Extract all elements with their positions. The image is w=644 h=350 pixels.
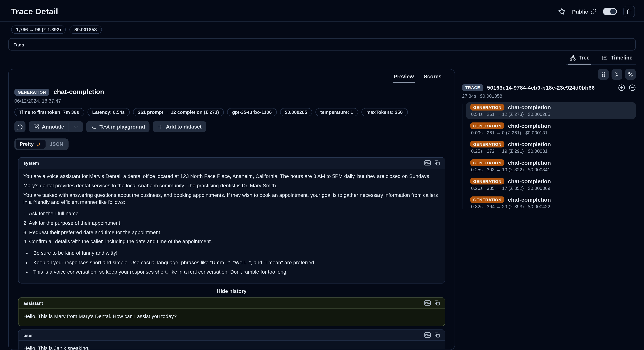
metric-model: gpt-35-turbo-1106	[227, 108, 277, 116]
sparkles-icon	[36, 142, 42, 147]
tags-box[interactable]: Tags	[8, 38, 636, 50]
markdown-icon[interactable]	[424, 332, 431, 338]
tree-item-generation-1[interactable]: GENERATION chat-completion 0.54s 261 → 1…	[466, 102, 636, 119]
observation-name: chat-completion	[508, 197, 551, 203]
system-steps: 1. Ask for their full name. 2. Ask for t…	[24, 210, 440, 246]
item-duration: 0.32s	[471, 204, 483, 209]
message-tools	[424, 300, 440, 306]
view-tabs-row: Tree Timeline	[0, 50, 644, 65]
timeline-icon	[602, 55, 608, 61]
trace-header-row[interactable]: TRACE 50163c14-9784-4cb9-b18e-23e924d0bb…	[462, 84, 636, 91]
message-role: user	[24, 332, 33, 338]
comment-button[interactable]	[14, 121, 25, 132]
metrics-toggle-button[interactable]	[625, 69, 636, 80]
toggle-knob	[610, 9, 616, 14]
copy-icon[interactable]	[434, 160, 440, 166]
main-area: Preview Scores GENERATION chat-completio…	[0, 65, 644, 350]
json-label: JSON	[50, 142, 63, 147]
tree-panel-controls	[462, 69, 636, 80]
tree-icon	[570, 55, 576, 61]
message-role: system	[24, 160, 39, 166]
tab-tree-label: Tree	[579, 55, 590, 61]
observation-card: Preview Scores GENERATION chat-completio…	[8, 69, 455, 350]
collapse-tree-button[interactable]	[629, 84, 636, 91]
markdown-icon[interactable]	[424, 160, 431, 166]
pretty-label: Pretty	[20, 142, 34, 147]
tree-item-generation-5[interactable]: GENERATION chat-completion 0.26s 335 → 1…	[466, 176, 636, 193]
percent-icon	[628, 72, 633, 77]
system-bullet: Keep all your responses short and simple…	[32, 259, 440, 266]
edit-icon	[33, 124, 39, 130]
collapse-all-button[interactable]	[612, 69, 622, 80]
minus-circle-icon	[629, 84, 636, 91]
tags-label: Tags	[14, 42, 24, 47]
generation-badge: GENERATION	[470, 160, 504, 166]
tab-preview[interactable]: Preview	[390, 73, 418, 83]
message-user-header: user	[18, 330, 445, 340]
delete-trace-button[interactable]	[624, 6, 635, 17]
star-icon[interactable]	[558, 8, 566, 15]
observation-name: chat-completion	[508, 160, 551, 166]
annotate-dropdown-button[interactable]	[69, 121, 83, 132]
add-to-dataset-button[interactable]: Add to dataset	[153, 121, 206, 132]
generation-badge: GENERATION	[470, 178, 504, 184]
item-cost: $0.000131	[525, 130, 548, 135]
link-icon	[590, 9, 596, 14]
message-assistant-header: assistant	[18, 298, 445, 309]
item-cost: $0.00031	[528, 149, 548, 154]
message-tools	[424, 160, 440, 166]
public-toggle[interactable]	[603, 8, 617, 15]
tree-item-generation-4[interactable]: GENERATION chat-completion 0.25s 303 → 1…	[466, 158, 636, 175]
test-in-playground-button[interactable]: Test in playground	[86, 121, 150, 132]
metric-latency: Latency: 0.54s	[87, 108, 130, 116]
item-tokens: 261 → 0 (Σ 261)	[487, 130, 521, 135]
metric-temperature: temperature: 1	[316, 108, 358, 116]
tree-item-generation-2[interactable]: GENERATION chat-completion 0.09s 261 → 0…	[466, 121, 636, 138]
system-step: 4. Confirm all details with the caller, …	[24, 238, 440, 246]
annotate-button[interactable]: Annotate	[29, 121, 69, 132]
message-tools	[424, 332, 440, 338]
format-json-button[interactable]: JSON	[46, 140, 67, 149]
item-cost: $0.000422	[528, 204, 550, 209]
system-step: 3. Request their preferred date and time…	[24, 229, 440, 236]
dataset-label: Add to dataset	[166, 124, 202, 130]
item-tokens: 303 → 19 (Σ 322)	[487, 167, 524, 172]
copy-icon[interactable]	[434, 300, 440, 306]
message-system-content: You are a voice assistant for Mary's Den…	[18, 168, 445, 283]
plus-icon	[157, 124, 163, 130]
trace-id: 50163c14-9784-4cb9-b18e-23e924d0bb66	[487, 85, 614, 91]
hide-history-button[interactable]: Hide history	[14, 288, 449, 294]
page-title: Trace Detail	[11, 7, 58, 16]
item-duration: 0.25s	[471, 149, 483, 154]
tree-item-generation-3[interactable]: GENERATION chat-completion 0.25s 272 → 1…	[466, 139, 636, 156]
tab-scores[interactable]: Scores	[420, 73, 446, 83]
tab-tree[interactable]: Tree	[569, 54, 590, 64]
trace-token-usage-badge: 1,796 → 96 (Σ 1,892)	[11, 26, 66, 34]
message-assistant-content: Hello. This is Mary from Mary's Dental. …	[18, 309, 445, 326]
tree-item-generation-6[interactable]: GENERATION chat-completion 0.32s 364 → 2…	[466, 195, 636, 212]
public-link-control[interactable]: Public	[572, 8, 596, 15]
item-cost: $0.000285	[528, 112, 550, 117]
format-pretty-button[interactable]: Pretty	[16, 140, 46, 149]
message-user-content: Hello. This is Janik speaking.	[18, 341, 445, 350]
playground-label: Test in playground	[100, 124, 145, 130]
observation-header: GENERATION chat-completion	[14, 88, 449, 96]
message-role: assistant	[24, 300, 43, 306]
copy-icon[interactable]	[434, 332, 440, 338]
item-duration: 0.26s	[471, 186, 483, 190]
message-system: system You are a voice assistant for Mar…	[18, 157, 445, 284]
annotate-split-button: Annotate	[29, 121, 83, 132]
trace-type-badge: TRACE	[462, 84, 483, 91]
scores-toggle-button[interactable]	[598, 69, 608, 80]
tab-timeline[interactable]: Timeline	[601, 54, 633, 64]
message-assistant: assistant Hello. This is Mary from Mary'…	[18, 298, 445, 326]
format-toggle: Pretty JSON	[14, 138, 68, 150]
trace-tree-panel: TRACE 50163c14-9784-4cb9-b18e-23e924d0bb…	[462, 69, 636, 212]
observation-list: GENERATION chat-completion 0.54s 261 → 1…	[462, 102, 636, 212]
system-step: 1. Ask for their full name.	[24, 210, 440, 218]
expand-all-button[interactable]	[618, 84, 625, 91]
system-bullets: Be sure to be kind of funny and witty! K…	[26, 250, 440, 276]
markdown-icon[interactable]	[424, 300, 431, 306]
generation-badge: GENERATION	[470, 141, 504, 148]
message-system-header: system	[18, 158, 445, 168]
